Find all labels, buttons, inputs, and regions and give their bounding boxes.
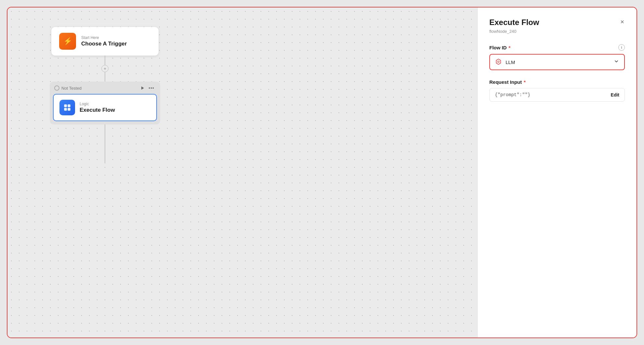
close-panel-button[interactable]: × (620, 18, 625, 26)
llm-icon (495, 58, 502, 66)
execute-label: Logic (80, 102, 115, 106)
run-node-button[interactable] (140, 86, 145, 90)
chevron-down-icon (614, 59, 619, 65)
play-icon (141, 86, 144, 90)
edit-request-input-button[interactable]: Edit (611, 92, 619, 97)
execute-card[interactable]: Logic Execute Flow (53, 94, 157, 121)
right-panel: Execute Flow × flowNode_240 Flow ID * i (477, 7, 637, 338)
trigger-icon: ⚡ (59, 33, 76, 50)
more-options-button[interactable]: ••• (147, 85, 156, 91)
trigger-text-group: Start Here Choose A Trigger (81, 35, 127, 47)
svg-marker-4 (496, 59, 500, 65)
request-input-field: {"prompt":""} Edit (489, 88, 625, 102)
execute-node-header: Not Tested ••• (53, 85, 157, 91)
panel-subtitle: flowNode_240 (489, 29, 625, 34)
execute-flow-svg-icon (63, 103, 71, 112)
flow-id-label: Flow ID * i (489, 44, 625, 51)
llm-svg-icon (495, 58, 502, 65)
execute-node-group: Not Tested ••• (50, 82, 160, 124)
flow-id-selected-value: LLM (495, 58, 515, 66)
request-input-label: Request Input * (489, 79, 625, 85)
flow-id-required-star: * (509, 45, 510, 50)
connector-line-top: + (105, 56, 105, 82)
dots-icon: ••• (148, 85, 154, 91)
trigger-title: Choose A Trigger (81, 41, 127, 47)
execute-title: Execute Flow (80, 107, 115, 113)
svg-rect-0 (64, 104, 67, 107)
svg-rect-1 (68, 104, 71, 107)
trigger-label: Start Here (81, 35, 127, 40)
execute-icon (59, 100, 75, 115)
connector-line-bottom (105, 124, 105, 163)
svg-point-5 (498, 61, 499, 63)
canvas-area[interactable]: ⚡ Start Here Choose A Trigger + Not (7, 7, 477, 338)
request-input-required-star: * (524, 79, 526, 85)
panel-title: Execute Flow (489, 18, 539, 27)
request-input-value: {"prompt":""} (495, 92, 530, 97)
flow-id-info-icon[interactable]: i (618, 44, 625, 51)
status-circle-icon (54, 85, 59, 91)
flow-id-field-group: Flow ID * i LLM (489, 44, 625, 70)
panel-header: Execute Flow × (489, 18, 625, 27)
trigger-node-wrapper: ⚡ Start Here Choose A Trigger + Not (50, 27, 160, 163)
request-input-field-group: Request Input * {"prompt":""} Edit (489, 79, 625, 102)
trigger-card[interactable]: ⚡ Start Here Choose A Trigger (51, 27, 159, 56)
status-indicator: Not Tested (54, 85, 82, 91)
execute-text-group: Logic Execute Flow (80, 102, 115, 113)
svg-rect-3 (68, 108, 71, 111)
svg-rect-2 (64, 108, 67, 111)
status-label: Not Tested (61, 86, 82, 91)
main-container: ⚡ Start Here Choose A Trigger + Not (7, 7, 637, 338)
header-actions: ••• (140, 85, 156, 91)
flow-id-dropdown[interactable]: LLM (489, 54, 625, 70)
add-node-button[interactable]: + (101, 65, 109, 72)
